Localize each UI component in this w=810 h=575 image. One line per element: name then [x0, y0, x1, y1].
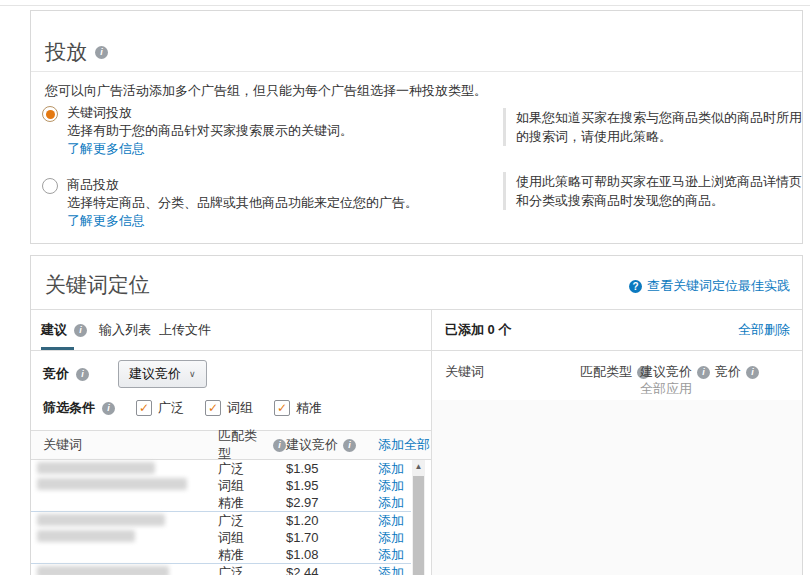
checkbox-broad[interactable]: ✓ — [136, 400, 152, 416]
chevron-down-icon: ∨ — [189, 369, 196, 379]
info-icon[interactable]: i — [343, 439, 356, 452]
match-type-cell: 广泛 — [218, 512, 286, 530]
suggested-bid-cell: $2.44 — [286, 565, 378, 575]
keyword-targeting-hint: 如果您知道买家在搜索与您商品类似的商品时所用的搜索词，请使用此策略。 — [503, 108, 808, 146]
checkbox-phrase[interactable]: ✓ — [205, 400, 221, 416]
filter-label: 筛选条件 — [43, 399, 95, 417]
targeting-card-title: 投放 i — [45, 38, 108, 66]
added-count-label: 已添加 0 个 — [432, 321, 738, 339]
sponsored-ads-targeting-page: 投放 i 您可以向广告活动添加多个广告组，但只能为每个广告组选择一种投放类型。 … — [0, 0, 810, 575]
added-header-suggested-bid: 建议竞价 i — [640, 363, 710, 381]
add-button[interactable]: 添加 — [378, 546, 411, 564]
add-all-button[interactable]: 添加全部 — [378, 436, 431, 454]
filter-phrase[interactable]: ✓ 词组 — [205, 399, 253, 417]
added-keywords-panel: 已添加 0 个 全部删除 关键词 匹配类型 i 建议竞价 i 竞价 i — [431, 310, 802, 575]
info-icon[interactable]: i — [273, 439, 286, 452]
add-button[interactable]: 添加 — [378, 477, 411, 495]
added-panel-column-headers: 关键词 匹配类型 i 建议竞价 i 竞价 i 全部应用 — [432, 350, 802, 401]
bid-dropdown[interactable]: 建议竞价 ∨ — [118, 360, 207, 388]
keyword-targeting-title-text: 关键词定位 — [45, 271, 150, 299]
product-targeting-radio[interactable] — [42, 178, 58, 194]
add-button[interactable]: 添加 — [378, 494, 411, 512]
added-header-match-type-label: 匹配类型 — [580, 363, 632, 381]
add-button[interactable]: 添加 — [378, 564, 411, 575]
keyword-targeting-body: 建议 i 输入列表 上传文件 竞价 i 建议竞价 — [31, 309, 802, 575]
add-button[interactable]: 添加 — [378, 460, 411, 478]
checkbox-exact[interactable]: ✓ — [274, 400, 290, 416]
filter-broad[interactable]: ✓ 广泛 — [136, 399, 184, 417]
filter-phrase-label: 词组 — [227, 399, 253, 417]
help-icon: ? — [629, 280, 642, 293]
added-header-bid: 竞价 i — [715, 363, 759, 381]
best-practice-link-text[interactable]: 查看关键词定位最佳实践 — [647, 277, 790, 295]
header-keyword: 关键词 — [31, 436, 218, 454]
active-tab-underline — [41, 347, 74, 350]
suggestions-table-header: 关键词 匹配类型 i 建议竞价 i 添加全部 — [31, 430, 431, 460]
best-practice-link[interactable]: ? 查看关键词定位最佳实践 — [629, 277, 790, 295]
keyword-targeting-radio[interactable] — [42, 106, 58, 122]
tab-suggested-label: 建议 — [41, 321, 67, 339]
tab-enter-list[interactable]: 输入列表 — [99, 310, 151, 350]
suggested-bid-cell: $1.70 — [286, 530, 378, 545]
redacted-keyword — [37, 566, 169, 575]
keyword-targeting-card: 关键词定位 ? 查看关键词定位最佳实践 建议 i 输入列表 上传文件 — [30, 255, 803, 575]
suggested-bid-cell: $1.08 — [286, 547, 378, 562]
scrollbar-thumb[interactable] — [413, 476, 424, 575]
header-match-type: 匹配类型 i — [218, 427, 286, 463]
remove-all-button[interactable]: 全部删除 — [738, 321, 802, 339]
page-top-divider — [0, 5, 810, 6]
filter-row: 筛选条件 i ✓ 广泛 ✓ 词组 ✓ 精准 — [43, 398, 322, 418]
keyword-targeting-option[interactable]: 关键词投放 选择有助于您的商品针对买家搜索展示的关键词。 了解更多信息 — [42, 104, 353, 157]
redacted-keyword — [37, 530, 135, 542]
match-type-cell: 词组 — [218, 477, 286, 495]
info-icon[interactable]: i — [74, 324, 87, 337]
suggested-bid-cell: $1.95 — [286, 478, 378, 493]
table-scrollbar[interactable]: ▲ — [412, 460, 425, 575]
added-header-keyword: 关键词 — [445, 363, 484, 381]
info-icon[interactable]: i — [697, 366, 710, 379]
info-icon[interactable]: i — [102, 402, 115, 415]
keyword-group: 广泛 $1.95 添加 词组 $1.95 添加 精准 — [31, 460, 411, 512]
add-button[interactable]: 添加 — [378, 529, 411, 547]
title-divider — [31, 71, 802, 72]
product-targeting-option-text: 商品投放 选择特定商品、分类、品牌或其他商品功能来定位您的广告。 了解更多信息 — [67, 176, 418, 229]
header-suggested-bid-label: 建议竞价 — [286, 436, 338, 454]
targeting-card: 投放 i 您可以向广告活动添加多个广告组，但只能为每个广告组选择一种投放类型。 … — [30, 10, 803, 244]
filter-exact-label: 精准 — [296, 399, 322, 417]
tab-enter-list-label: 输入列表 — [99, 321, 151, 339]
keyword-targeting-label: 关键词投放 — [67, 104, 353, 122]
tab-suggested[interactable]: 建议 i — [41, 310, 87, 350]
product-targeting-option[interactable]: 商品投放 选择特定商品、分类、品牌或其他商品功能来定位您的广告。 了解更多信息 — [42, 176, 418, 229]
suggested-bid-cell: $1.95 — [286, 461, 378, 476]
keyword-group: 广泛 $2.44 添加 — [31, 564, 411, 575]
table-row: 精准 $1.08 添加 — [31, 546, 411, 563]
match-type-cell: 广泛 — [218, 564, 286, 575]
redacted-keyword — [37, 462, 155, 474]
added-keywords-empty-area — [432, 400, 802, 575]
keyword-targeting-description: 选择有助于您的商品针对买家搜索展示的关键词。 — [67, 122, 353, 140]
scroll-up-arrow-icon[interactable]: ▲ — [412, 460, 425, 474]
match-type-cell: 词组 — [218, 529, 286, 547]
added-header-suggested-bid-label: 建议竞价 — [640, 363, 692, 381]
info-icon[interactable]: i — [95, 46, 108, 59]
suggested-bid-cell: $2.97 — [286, 495, 378, 510]
apply-all-button[interactable]: 全部应用 — [640, 380, 692, 398]
keyword-targeting-learn-more-link[interactable]: 了解更多信息 — [67, 140, 145, 157]
added-header-bid-label: 竞价 — [715, 363, 741, 381]
bid-label: 竞价 — [43, 365, 69, 383]
tab-upload-file[interactable]: 上传文件 — [159, 310, 211, 350]
targeting-intro-text: 您可以向广告活动添加多个广告组，但只能为每个广告组选择一种投放类型。 — [45, 82, 487, 100]
keyword-targeting-option-text: 关键词投放 选择有助于您的商品针对买家搜索展示的关键词。 了解更多信息 — [67, 104, 353, 157]
suggestions-panel: 建议 i 输入列表 上传文件 竞价 i 建议竞价 — [31, 310, 431, 575]
filter-exact[interactable]: ✓ 精准 — [274, 399, 322, 417]
add-button[interactable]: 添加 — [378, 512, 411, 530]
bid-dropdown-value: 建议竞价 — [129, 365, 181, 383]
info-icon[interactable]: i — [746, 366, 759, 379]
match-type-cell: 广泛 — [218, 460, 286, 478]
keyword-targeting-card-title: 关键词定位 — [45, 271, 150, 299]
product-targeting-hint: 使用此策略可帮助买家在亚马逊上浏览商品详情页和分类或搜索商品时发现您的商品。 — [503, 172, 808, 210]
info-icon[interactable]: i — [76, 368, 89, 381]
product-targeting-learn-more-link[interactable]: 了解更多信息 — [67, 212, 145, 229]
header-suggested-bid: 建议竞价 i — [286, 436, 378, 454]
bid-row: 竞价 i 建议竞价 ∨ — [43, 360, 207, 388]
